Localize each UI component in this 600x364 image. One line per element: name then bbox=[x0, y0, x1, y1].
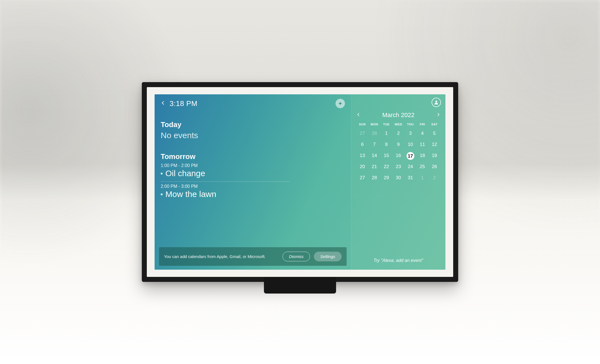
voice-hint: Try "Alexa, add an event" bbox=[356, 258, 440, 265]
calendar-day[interactable]: 5 bbox=[428, 130, 440, 137]
calendar-day[interactable]: 1 bbox=[416, 174, 428, 181]
calendar-day[interactable]: 15 bbox=[380, 152, 392, 159]
month-title: March 2022 bbox=[382, 112, 414, 119]
calendar-dow: WED bbox=[392, 123, 404, 126]
tomorrow-heading: Tomorrow bbox=[161, 152, 345, 161]
screen: 3:18 PM Today No events Tomorrow 1:00 PM… bbox=[155, 94, 445, 270]
calendar-day[interactable]: 2 bbox=[428, 174, 440, 181]
calendar-day[interactable]: 29 bbox=[380, 174, 392, 181]
add-event-button[interactable] bbox=[336, 99, 345, 108]
calendar-day[interactable]: 23 bbox=[392, 163, 404, 170]
calendar-day[interactable]: 26 bbox=[428, 163, 440, 170]
device-bezel: 3:18 PM Today No events Tomorrow 1:00 PM… bbox=[147, 87, 453, 277]
calendar-day[interactable]: 18 bbox=[416, 152, 428, 159]
calendar-dow: MON bbox=[368, 123, 380, 126]
calendar-day[interactable]: 30 bbox=[392, 174, 404, 181]
event-dot-icon bbox=[161, 193, 163, 195]
calendar-day[interactable]: 28 bbox=[368, 130, 380, 137]
calendar-day[interactable]: 9 bbox=[392, 141, 404, 148]
banner-message: You can add calendars from Apple, Gmail,… bbox=[164, 254, 279, 259]
calendar-day[interactable]: 13 bbox=[356, 152, 368, 159]
event-dot-icon bbox=[161, 173, 163, 175]
agenda-list: Today No events Tomorrow 1:00 PM - 2:00 … bbox=[161, 120, 345, 199]
event-divider bbox=[161, 181, 290, 182]
calendar-day[interactable]: 31 bbox=[404, 174, 416, 181]
calendar-day[interactable]: 3 bbox=[404, 130, 416, 137]
calendar-day[interactable]: 19 bbox=[428, 152, 440, 159]
calendar-day[interactable]: 2 bbox=[392, 130, 404, 137]
profile-button[interactable] bbox=[432, 98, 441, 107]
calendar-dow: FRI bbox=[416, 123, 428, 126]
calendar-day[interactable]: 1 bbox=[380, 130, 392, 137]
prev-month-button[interactable] bbox=[356, 112, 361, 118]
calendar-pane: March 2022 SUNMONTUEWEDTHUFRISAT27281234… bbox=[351, 94, 445, 270]
calendar-day[interactable]: 20 bbox=[356, 163, 368, 170]
calendar-day[interactable]: 10 bbox=[404, 141, 416, 148]
calendar-day[interactable]: 22 bbox=[380, 163, 392, 170]
calendar-header: March 2022 bbox=[356, 112, 440, 119]
calendar-day[interactable]: 12 bbox=[428, 141, 440, 148]
calendar-dow: SAT bbox=[428, 123, 440, 126]
calendar-day[interactable]: 27 bbox=[356, 174, 368, 181]
event-title: Mow the lawn bbox=[165, 189, 216, 199]
event-time: 1:00 PM - 2:00 PM bbox=[161, 163, 345, 168]
calendar-day[interactable]: 21 bbox=[368, 163, 380, 170]
today-empty-text: No events bbox=[161, 131, 345, 140]
event-item[interactable]: 2:00 PM - 3:00 PM Mow the lawn bbox=[161, 184, 345, 199]
calendar-day[interactable]: 24 bbox=[404, 163, 416, 170]
calendar-day[interactable]: 25 bbox=[416, 163, 428, 170]
calendar-day[interactable]: 6 bbox=[356, 141, 368, 148]
calendar-day[interactable]: 14 bbox=[368, 152, 380, 159]
svg-point-2 bbox=[435, 100, 437, 102]
top-bar: 3:18 PM bbox=[161, 98, 345, 109]
agenda-pane: 3:18 PM Today No events Tomorrow 1:00 PM… bbox=[155, 94, 351, 270]
calendar-day[interactable]: 28 bbox=[368, 174, 380, 181]
calendar-setup-banner: You can add calendars from Apple, Gmail,… bbox=[159, 247, 347, 266]
event-time: 2:00 PM - 3:00 PM bbox=[161, 184, 345, 189]
calendar-day[interactable]: 17 bbox=[404, 152, 416, 159]
calendar-day[interactable]: 8 bbox=[380, 141, 392, 148]
event-item[interactable]: 1:00 PM - 2:00 PM Oil change bbox=[161, 163, 345, 178]
calendar-day[interactable]: 11 bbox=[416, 141, 428, 148]
settings-button[interactable]: Settings bbox=[314, 252, 342, 261]
next-month-button[interactable] bbox=[436, 112, 440, 118]
calendar-dow: THU bbox=[404, 123, 416, 126]
device-stand bbox=[264, 277, 336, 294]
calendar-day[interactable]: 16 bbox=[392, 152, 404, 159]
calendar-dow: TUE bbox=[380, 123, 392, 126]
calendar-dow: SUN bbox=[356, 123, 368, 126]
event-title: Oil change bbox=[165, 169, 205, 178]
today-heading: Today bbox=[161, 120, 345, 129]
calendar-day[interactable]: 27 bbox=[356, 130, 368, 137]
calendar-day[interactable]: 7 bbox=[368, 141, 380, 148]
back-button[interactable] bbox=[161, 100, 166, 107]
clock: 3:18 PM bbox=[170, 99, 197, 108]
calendar-grid: SUNMONTUEWEDTHUFRISAT2728123456789101112… bbox=[356, 123, 440, 181]
device-frame: 3:18 PM Today No events Tomorrow 1:00 PM… bbox=[142, 82, 458, 282]
calendar-day[interactable]: 4 bbox=[416, 130, 428, 137]
dismiss-button[interactable]: Dismiss bbox=[283, 252, 310, 261]
